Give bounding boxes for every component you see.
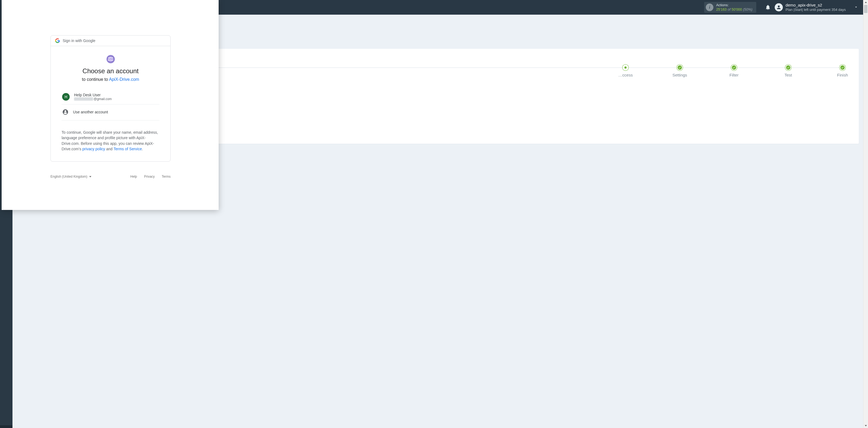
google-oauth-popup: Sign in with Google APIX Drive Choose an… <box>2 0 219 210</box>
continue-app-link[interactable]: ApiX-Drive.com <box>109 77 139 82</box>
info-icon: i <box>706 3 713 11</box>
actions-usage: 25'163 of 50'000 (50%) <box>716 7 752 12</box>
footer-privacy-link[interactable]: Privacy <box>144 175 155 179</box>
account-email: @gmail.com <box>74 97 112 101</box>
scroll-down-icon[interactable] <box>863 423 868 428</box>
user-menu[interactable]: demo_apix-drive_s2 Plan |Start| left unt… <box>775 3 858 12</box>
account-name: Help Desk User <box>74 93 112 97</box>
continue-to-subtitle: to continue to ApiX-Drive.com <box>62 77 159 82</box>
google-logo-icon <box>55 38 60 43</box>
user-avatar-icon <box>775 3 783 11</box>
use-another-account[interactable]: Use another account <box>62 104 159 120</box>
use-another-label: Use another account <box>73 110 108 114</box>
redacted-email-prefix <box>74 97 93 101</box>
chevron-down-icon <box>854 5 858 10</box>
left-bottom-bar <box>0 425 12 428</box>
card-header: Sign in with Google <box>51 35 170 46</box>
step-access[interactable]: …ccess <box>617 65 633 77</box>
disclosure-text: To continue, Google will share your name… <box>62 130 159 152</box>
sign-in-with-google-label: Sign in with Google <box>63 38 95 43</box>
actions-counter[interactable]: i Actions: 25'163 of 50'000 (50%) <box>704 2 756 13</box>
choose-account-title: Choose an account <box>62 67 159 75</box>
caret-down-icon <box>89 175 92 178</box>
privacy-policy-link[interactable]: privacy policy <box>83 147 105 151</box>
account-option[interactable]: H Help Desk User @gmail.com <box>62 90 159 104</box>
scroll-up-icon[interactable] <box>863 0 868 5</box>
step-finish[interactable]: Finish <box>834 65 850 77</box>
app-logo-icon: APIX Drive <box>106 55 115 63</box>
bell-icon[interactable] <box>765 4 771 10</box>
user-name: demo_apix-drive_s2 <box>785 3 846 8</box>
footer-help-link[interactable]: Help <box>130 175 137 179</box>
account-avatar: H <box>62 93 70 101</box>
account-chooser-card: Sign in with Google APIX Drive Choose an… <box>51 35 170 162</box>
step-test[interactable]: Test <box>780 65 796 77</box>
person-icon <box>62 109 69 115</box>
popup-footer: English (United Kingdom) Help Privacy Te… <box>51 175 170 179</box>
user-plan: Plan |Start| left until payment 354 days <box>785 8 846 12</box>
footer-terms-link[interactable]: Terms <box>162 175 170 179</box>
scroll-thumb[interactable] <box>864 5 867 13</box>
page-scrollbar[interactable] <box>863 0 868 428</box>
step-settings[interactable]: Settings <box>672 65 688 77</box>
language-selector[interactable]: English (United Kingdom) <box>51 175 92 179</box>
terms-of-service-link[interactable]: Terms of Service <box>114 147 142 151</box>
step-filter[interactable]: Filter <box>726 65 742 77</box>
actions-label: Actions: <box>716 3 752 7</box>
